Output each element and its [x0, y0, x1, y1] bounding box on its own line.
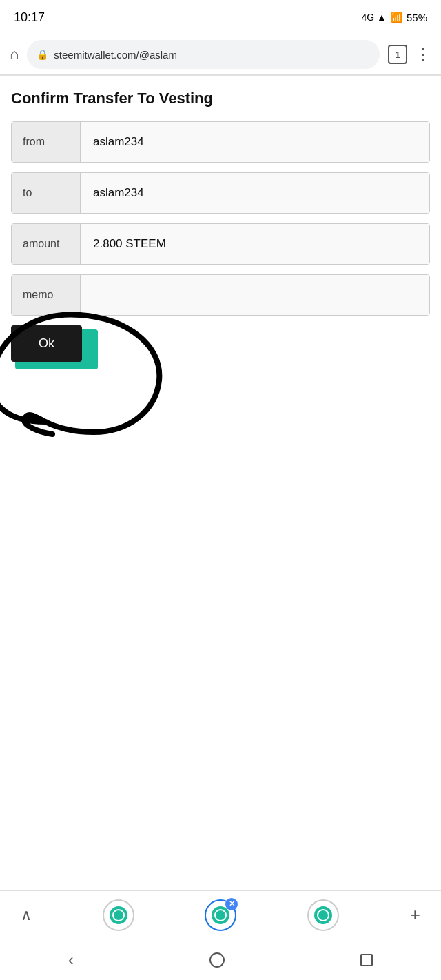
page-title: Confirm Transfer To Vesting [11, 90, 430, 108]
home-icon[interactable]: ⌂ [10, 45, 19, 63]
from-label: from [12, 122, 81, 162]
status-bar: 10:17 4G ▲ 📶 55% [0, 0, 441, 34]
tab-3-button[interactable] [307, 899, 339, 931]
ok-button[interactable]: Ok [11, 325, 82, 362]
tab-1-circle [112, 909, 125, 921]
status-right: 4G ▲ 📶 55% [362, 12, 427, 23]
memo-label: memo [12, 275, 81, 315]
lock-icon: 🔒 [37, 49, 48, 60]
bottom-nav: ∧ ✕ + [0, 890, 441, 939]
android-nav: ‹ [0, 939, 441, 980]
url-text: steemitwallet.com/@aslam [54, 49, 177, 61]
network-icon: 4G ▲ [362, 12, 387, 23]
url-bar[interactable]: 🔒 steemitwallet.com/@aslam [27, 40, 380, 69]
home-button[interactable] [209, 952, 225, 968]
memo-value [81, 275, 429, 315]
new-tab-button[interactable]: + [410, 904, 420, 926]
tab-count[interactable]: 1 [388, 45, 407, 64]
nav-up-icon[interactable]: ∧ [21, 906, 32, 924]
menu-icon[interactable]: ⋮ [416, 45, 431, 63]
to-row: to aslam234 [11, 172, 430, 214]
page-content: Confirm Transfer To Vesting from aslam23… [0, 76, 441, 376]
tab-1-button[interactable] [103, 899, 134, 931]
amount-label: amount [12, 224, 81, 264]
tab-3-circle [317, 909, 329, 921]
from-row: from aslam234 [11, 121, 430, 163]
to-label: to [12, 173, 81, 213]
tab-2-circle [214, 909, 227, 921]
browser-chrome: ⌂ 🔒 steemitwallet.com/@aslam 1 ⋮ [0, 34, 441, 75]
tab-badge: ✕ [225, 898, 238, 910]
buttons-area: Ok [11, 325, 430, 362]
tab-3-icon [314, 906, 332, 924]
tab-2-button[interactable]: ✕ [205, 899, 236, 931]
from-value: aslam234 [81, 122, 429, 162]
amount-value: 2.800 STEEM [81, 224, 429, 264]
battery-indicator: 55% [407, 12, 427, 23]
to-value: aslam234 [81, 173, 429, 213]
tab-1-icon [110, 906, 127, 924]
memo-row: memo [11, 274, 430, 316]
amount-row: amount 2.800 STEEM [11, 223, 430, 265]
status-time: 10:17 [14, 10, 45, 25]
back-button[interactable]: ‹ [68, 950, 74, 970]
recents-button[interactable] [360, 954, 373, 966]
signal-bars: 📶 [391, 12, 402, 23]
